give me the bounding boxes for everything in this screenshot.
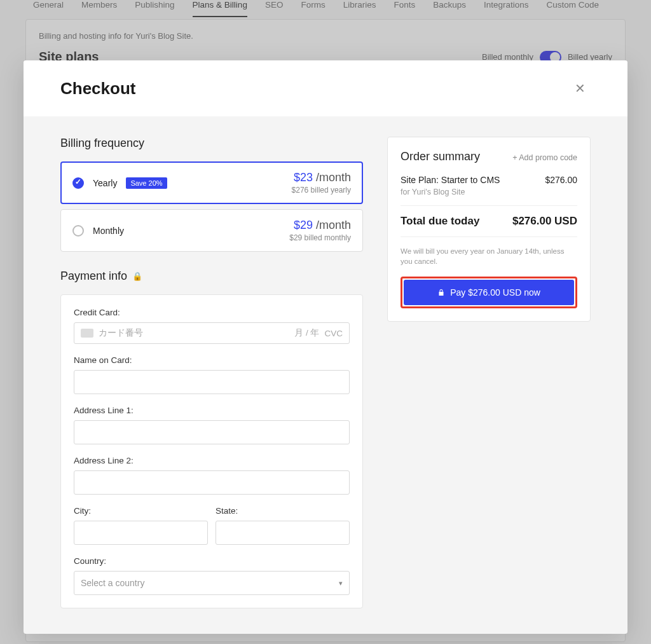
yearly-price: $23 bbox=[294, 171, 313, 184]
monthly-price: $29 bbox=[294, 219, 313, 231]
order-summary-card: Order summary + Add promo code Site Plan… bbox=[387, 137, 591, 322]
address-1-input[interactable] bbox=[74, 420, 350, 444]
radio-yearly[interactable] bbox=[72, 177, 84, 189]
frequency-option-monthly[interactable]: Monthly $29 /month $29 billed monthly bbox=[60, 209, 363, 252]
cc-input-row[interactable]: カード番号 月 / 年 CVC bbox=[74, 322, 350, 344]
payment-info-title: Payment info bbox=[60, 270, 127, 283]
monthly-sub: $29 billed monthly bbox=[289, 233, 351, 242]
close-icon[interactable]: ✕ bbox=[570, 78, 591, 99]
add-promo-link[interactable]: + Add promo code bbox=[512, 153, 577, 162]
checkout-modal: Checkout ✕ Billing frequency Yearly Save… bbox=[24, 60, 627, 634]
name-on-card-input[interactable] bbox=[74, 370, 350, 394]
cc-exp-placeholder[interactable]: 月 / 年 bbox=[294, 327, 319, 339]
yearly-per: /month bbox=[316, 171, 351, 184]
addr2-label: Address Line 2: bbox=[74, 456, 350, 465]
pay-button-label: Pay $276.00 USD now bbox=[450, 287, 540, 298]
modal-title: Checkout bbox=[60, 79, 135, 99]
payment-card: Credit Card: カード番号 月 / 年 CVC Name on Car… bbox=[60, 294, 363, 608]
card-icon bbox=[81, 329, 93, 338]
frequency-label-monthly: Monthly bbox=[93, 226, 124, 236]
line-item-price: $276.00 bbox=[545, 175, 577, 185]
order-summary-title: Order summary bbox=[401, 150, 480, 163]
line-item-title: Site Plan: Starter to CMS bbox=[401, 175, 500, 185]
line-item-subtitle: for Yuri's Blog Site bbox=[401, 188, 577, 206]
name-label: Name on Card: bbox=[74, 355, 350, 365]
billing-frequency-title: Billing frequency bbox=[60, 137, 363, 150]
addr1-label: Address Line 1: bbox=[74, 406, 350, 415]
city-input[interactable] bbox=[74, 521, 208, 545]
lock-icon bbox=[437, 289, 445, 296]
cc-cvc-placeholder[interactable]: CVC bbox=[324, 329, 343, 338]
city-label: City: bbox=[74, 506, 208, 516]
cc-number-placeholder[interactable]: カード番号 bbox=[99, 327, 289, 339]
address-2-input[interactable] bbox=[74, 470, 350, 495]
total-due-label: Total due today bbox=[401, 215, 479, 228]
save-badge: Save 20% bbox=[126, 177, 167, 189]
frequency-option-yearly[interactable]: Yearly Save 20% $23 /month $276 billed y… bbox=[60, 161, 363, 204]
monthly-per: /month bbox=[316, 219, 351, 231]
country-select[interactable]: Select a country bbox=[74, 571, 350, 595]
cc-label: Credit Card: bbox=[74, 308, 350, 317]
total-due-amount: $276.00 USD bbox=[512, 215, 577, 228]
state-input[interactable] bbox=[216, 521, 350, 545]
modal-header: Checkout ✕ bbox=[24, 60, 627, 116]
lock-icon: 🔒 bbox=[132, 271, 142, 281]
yearly-sub: $276 billed yearly bbox=[292, 186, 351, 195]
pay-button-highlight: Pay $276.00 USD now bbox=[401, 277, 577, 308]
country-placeholder: Select a country bbox=[81, 578, 144, 588]
pay-button[interactable]: Pay $276.00 USD now bbox=[404, 280, 574, 305]
frequency-label-yearly: Yearly bbox=[93, 178, 117, 188]
country-label: Country: bbox=[74, 556, 350, 566]
radio-monthly[interactable] bbox=[72, 225, 84, 236]
state-label: State: bbox=[216, 506, 350, 516]
billing-note: We will bill you every year on January 1… bbox=[401, 246, 577, 266]
